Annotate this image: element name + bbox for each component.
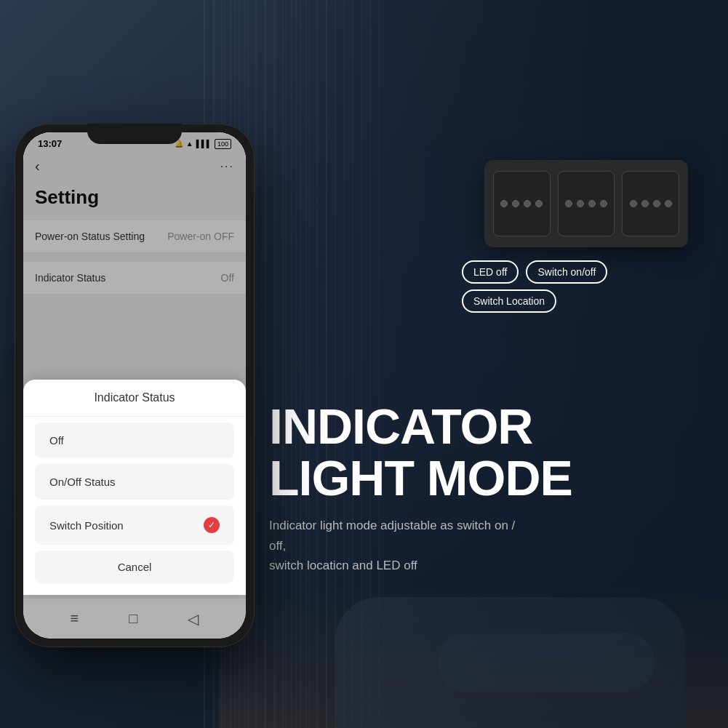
cancel-label: Cancel [118,561,152,573]
tag-labels: LED off Switch on/off Switch Location [462,260,607,313]
tag-switch-onoff: Switch on/off [526,260,607,284]
switch-device-container [484,160,688,247]
switch-dot [641,200,649,207]
switch-dot [565,200,572,207]
headline-line1: INDICATOR [269,401,720,452]
switch-group-1 [493,171,551,236]
modal-option-onoff[interactable]: On/Off Status [35,464,234,500]
switch-dot [665,200,672,207]
phone-notch [87,124,182,144]
tag-led-off: LED off [462,260,519,284]
tag-switch-location: Switch Location [462,289,556,313]
switch-plate [484,160,688,247]
modal-option-onoff-label: On/Off Status [49,476,116,488]
switch-dot [524,200,531,207]
pillow [437,633,655,692]
headline-line2: LIGHT MODE [269,452,720,504]
headline-container: INDICATOR LIGHT MODE Indicator light mod… [269,401,720,575]
cancel-button[interactable]: Cancel [35,551,234,583]
tag-row-2: Switch Location [462,289,607,313]
modal-option-switch-position[interactable]: Switch Position ✓ [35,505,234,545]
switch-dot [535,200,543,207]
switch-dot [588,200,596,207]
switch-group-2 [558,171,615,236]
switch-group-3 [622,171,679,236]
headline-subtitle: Indicator light mode adjustable as switc… [269,516,516,575]
modal-option-switch-position-label: Switch Position [49,519,124,532]
switch-dot [500,200,508,207]
phone: 13:07 🔔 ▲ ▌▌▌ 100 ‹ ··· Setting Power-on… [15,124,269,676]
check-icon: ✓ [204,517,220,533]
switch-dot [512,200,519,207]
modal-overlay: Indicator Status Off On/Off Status Switc… [23,132,246,639]
modal-sheet: Indicator Status Off On/Off Status Switc… [23,380,246,595]
switch-dot [577,200,584,207]
switch-dot [653,200,660,207]
modal-title: Indicator Status [23,380,246,417]
phone-frame: 13:07 🔔 ▲ ▌▌▌ 100 ‹ ··· Setting Power-on… [15,124,255,647]
tag-row-1: LED off Switch on/off [462,260,607,284]
switch-dot [630,200,637,207]
switch-dot [600,200,607,207]
phone-screen: 13:07 🔔 ▲ ▌▌▌ 100 ‹ ··· Setting Power-on… [23,132,246,639]
modal-option-off-label: Off [49,434,64,447]
modal-option-off[interactable]: Off [35,423,234,458]
